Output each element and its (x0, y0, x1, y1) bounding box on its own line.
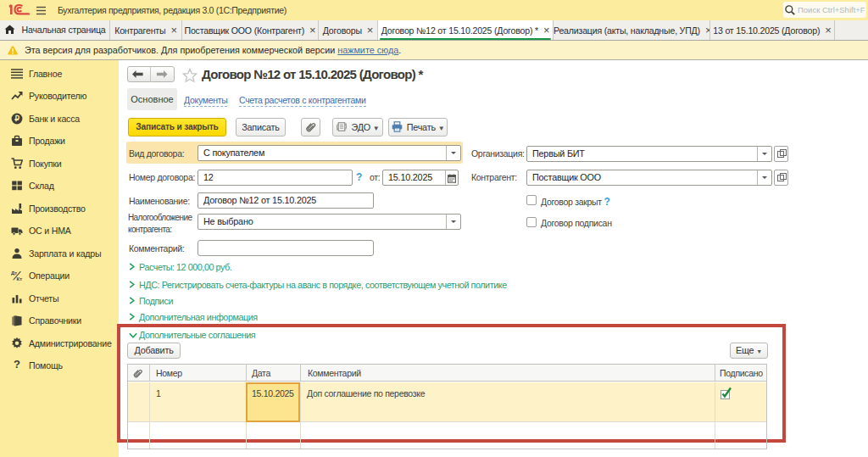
svg-text:Дт: Дт (11, 270, 17, 276)
svg-text:Кт: Кт (17, 276, 23, 281)
svg-text:₽: ₽ (14, 114, 19, 123)
